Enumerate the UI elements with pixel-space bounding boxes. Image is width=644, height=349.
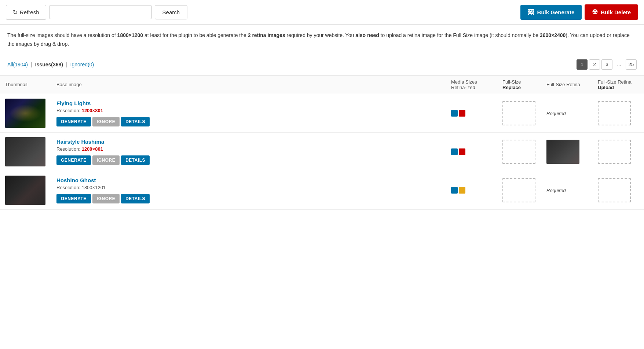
page-dots: ... bbox=[614, 62, 624, 67]
sq-blue-3 bbox=[451, 187, 458, 194]
ignore-button-1[interactable]: IGNORE bbox=[92, 117, 120, 126]
table-row: Hairstyle Hashima Resolution: 1200×801 G… bbox=[0, 132, 644, 171]
dashed-upload-1[interactable] bbox=[598, 101, 631, 125]
details-button-2[interactable]: DETAILS bbox=[121, 155, 150, 165]
page-3[interactable]: 3 bbox=[601, 59, 612, 70]
resolution-2: Resolution: 1200×801 bbox=[56, 146, 441, 152]
bulk-generate-button[interactable]: 🖼 Bulk Generate bbox=[520, 5, 582, 20]
cell-fs-upload-3 bbox=[593, 171, 644, 209]
thumbnail-image-2 bbox=[5, 137, 45, 166]
cell-base-1: Flying Lights Resolution: 1200×801 GENER… bbox=[51, 94, 446, 132]
filter-ignored[interactable]: Ignored(0) bbox=[70, 62, 94, 67]
sq-blue-2 bbox=[451, 148, 458, 155]
cell-thumbnail-1 bbox=[0, 94, 51, 132]
th-fs-replace-label: Full-Size bbox=[502, 79, 521, 85]
required-text-3: Required bbox=[546, 188, 566, 193]
generate-button-2[interactable]: GENERATE bbox=[56, 155, 91, 165]
bulk-generate-icon: 🖼 bbox=[528, 8, 534, 16]
pagination: 1 2 3 ... 25 bbox=[577, 59, 637, 70]
page-25[interactable]: 25 bbox=[626, 59, 637, 70]
refresh-button[interactable]: ↻ Refresh bbox=[6, 5, 46, 20]
filter-issues-count: (368) bbox=[51, 62, 63, 67]
details-button-3[interactable]: DETAILS bbox=[121, 194, 150, 203]
thumbnail-image-3 bbox=[5, 176, 45, 205]
bulk-generate-label: Bulk Generate bbox=[537, 9, 575, 15]
status-squares-2 bbox=[451, 148, 492, 155]
dashed-upload-2[interactable] bbox=[598, 140, 631, 164]
th-media-label: Media Sizes bbox=[451, 79, 477, 85]
action-buttons-2: GENERATE IGNORE DETAILS bbox=[56, 155, 441, 165]
dashed-replace-3[interactable] bbox=[502, 178, 535, 202]
retina-count: 2 retina images bbox=[248, 32, 285, 38]
cell-fs-retina-3: Required bbox=[541, 171, 593, 209]
status-squares-3 bbox=[451, 187, 492, 194]
bulk-delete-label: Bulk Delete bbox=[601, 9, 631, 15]
search-button[interactable]: Search bbox=[155, 5, 188, 19]
cell-media-3 bbox=[446, 171, 497, 209]
refresh-label: Refresh bbox=[20, 9, 39, 15]
search-label: Search bbox=[162, 9, 180, 15]
filter-ignored-label: Ignored bbox=[70, 62, 88, 67]
th-fs-replace-sub: Replace bbox=[502, 85, 521, 90]
th-media-sizes: Media Sizes Retina-ized bbox=[446, 75, 497, 94]
page-2[interactable]: 2 bbox=[589, 59, 600, 70]
cell-media-2 bbox=[446, 132, 497, 171]
th-fs-retina-label: Full-Size Retina bbox=[546, 82, 580, 87]
image-title-2[interactable]: Hairstyle Hashima bbox=[56, 139, 441, 145]
filter-all-count: (1904) bbox=[13, 62, 28, 67]
th-fullsize-replace: Full-Size Replace bbox=[497, 75, 541, 94]
th-fs-upload-sub: Upload bbox=[598, 85, 614, 90]
cell-fs-retina-2 bbox=[541, 132, 593, 171]
status-squares-1 bbox=[451, 110, 492, 117]
ignore-button-3[interactable]: IGNORE bbox=[92, 194, 120, 203]
ignore-button-2[interactable]: IGNORE bbox=[92, 155, 120, 165]
sq-red-2 bbox=[459, 148, 465, 155]
cell-base-2: Hairstyle Hashima Resolution: 1200×801 G… bbox=[51, 132, 446, 171]
action-buttons-3: GENERATE IGNORE DETAILS bbox=[56, 194, 441, 203]
th-fullsize-retina: Full-Size Retina bbox=[541, 75, 593, 94]
action-buttons-1: GENERATE IGNORE DETAILS bbox=[56, 117, 441, 126]
details-button-1[interactable]: DETAILS bbox=[121, 117, 150, 126]
filter-ignored-count: (0) bbox=[88, 62, 94, 67]
th-base-image: Base image bbox=[51, 75, 446, 94]
info-part2: at least for the plugin to be able gener… bbox=[143, 32, 248, 38]
res-value-2: 1200×801 bbox=[82, 146, 103, 152]
required-text-1: Required bbox=[546, 111, 566, 116]
filter-bar: All(1904) | Issues(368) | Ignored(0) 1 2… bbox=[0, 54, 644, 75]
generate-button-1[interactable]: GENERATE bbox=[56, 117, 91, 126]
resolution-1: Resolution: 1200×801 bbox=[56, 108, 441, 113]
filter-tabs: All(1904) | Issues(368) | Ignored(0) bbox=[7, 62, 94, 67]
filter-issues[interactable]: Issues(368) bbox=[35, 62, 63, 67]
resolution-2: 3600×2400 bbox=[540, 32, 566, 38]
bulk-delete-button[interactable]: ☢ Bulk Delete bbox=[585, 4, 638, 20]
cell-fs-upload-1 bbox=[593, 94, 644, 132]
thumbnail-image-1 bbox=[5, 99, 45, 128]
bulk-delete-icon: ☢ bbox=[592, 8, 598, 16]
cell-thumbnail-2 bbox=[0, 132, 51, 171]
cell-base-3: Hoshino Ghost Resolution: 1800×1201 GENE… bbox=[51, 171, 446, 209]
generate-button-3[interactable]: GENERATE bbox=[56, 194, 91, 203]
dashed-replace-1[interactable] bbox=[502, 101, 535, 125]
cell-media-1 bbox=[446, 94, 497, 132]
res-value-1: 1200×801 bbox=[82, 108, 103, 113]
cell-fs-replace-1 bbox=[497, 94, 541, 132]
image-title-3[interactable]: Hoshino Ghost bbox=[56, 177, 441, 183]
retina-image-2 bbox=[546, 140, 579, 164]
info-part3: required by your website. You also need … bbox=[285, 32, 540, 38]
resolution-3: Resolution: 1800×1201 bbox=[56, 185, 441, 190]
dashed-replace-2[interactable] bbox=[502, 140, 535, 164]
image-table: Thumbnail Base image Media Sizes Retina-… bbox=[0, 75, 644, 210]
search-input[interactable] bbox=[49, 5, 152, 19]
image-title-1[interactable]: Flying Lights bbox=[56, 100, 441, 106]
info-part1: The full-size images should have a resol… bbox=[7, 32, 117, 38]
refresh-icon: ↻ bbox=[13, 9, 18, 16]
th-fs-upload-label: Full-Size Retina bbox=[598, 79, 632, 85]
page-1[interactable]: 1 bbox=[577, 59, 588, 70]
th-fullsize-upload: Full-Size Retina Upload bbox=[593, 75, 644, 94]
filter-all[interactable]: All(1904) bbox=[7, 62, 28, 67]
cell-fs-retina-1: Required bbox=[541, 94, 593, 132]
cell-fs-replace-2 bbox=[497, 132, 541, 171]
dashed-upload-3[interactable] bbox=[598, 178, 631, 202]
sq-blue-1 bbox=[451, 110, 458, 117]
filter-issues-label: Issues bbox=[35, 62, 51, 67]
